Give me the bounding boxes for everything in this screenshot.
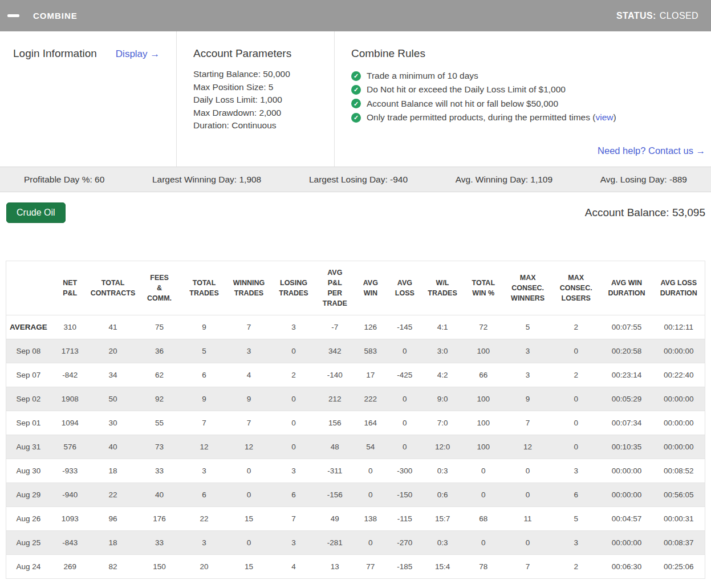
table-cell: 2 <box>551 555 601 579</box>
table-cell: 00:08:37 <box>652 531 705 555</box>
table-cell: -115 <box>387 507 423 531</box>
table-cell: 82 <box>89 555 136 579</box>
product-button-crude-oil[interactable]: Crude Oil <box>6 202 66 223</box>
table-cell: 0 <box>551 435 601 459</box>
rule-item: ✓ Only trade permitted products, during … <box>351 111 705 124</box>
account-parameters-section: Account Parameters Starting Balance: 50,… <box>177 31 335 167</box>
account-parameter-line: Starting Balance: 50,000 <box>193 68 334 81</box>
minimize-icon[interactable] <box>7 14 19 17</box>
table-cell: 55 <box>137 411 182 435</box>
table-cell: 00:23:14 <box>601 363 653 387</box>
table-cell: 7 <box>182 411 226 435</box>
table-cell: 12 <box>505 435 551 459</box>
table-cell: 1713 <box>51 339 89 363</box>
table-cell: 6 <box>182 363 226 387</box>
table-cell: 7:0 <box>422 411 462 435</box>
check-icon: ✓ <box>351 99 361 108</box>
table-cell: 3 <box>271 459 315 483</box>
table-cell: 78 <box>462 555 505 579</box>
table-row: Sep 07-8423462642-14017-4254:2663200:23:… <box>6 363 705 387</box>
account-parameter-line: Max Position Size: 5 <box>193 81 334 94</box>
table-cell: 00:10:35 <box>601 435 653 459</box>
column-header <box>6 261 51 315</box>
table-cell: 96 <box>89 507 136 531</box>
table-cell: 0 <box>271 411 315 435</box>
table-cell: 22 <box>182 507 226 531</box>
table-cell: 9:0 <box>422 387 462 411</box>
column-header: FEES & COMM. <box>137 261 182 315</box>
table-cell: 7 <box>505 411 551 435</box>
status-label: STATUS: <box>616 11 656 21</box>
rule-text: Account Balance will not hit or fall bel… <box>367 97 558 111</box>
table-cell: -300 <box>387 459 423 483</box>
table-cell: 222 <box>354 387 387 411</box>
table-cell: 00:00:00 <box>601 459 653 483</box>
table-cell: 100 <box>462 411 505 435</box>
table-cell: -281 <box>316 531 354 555</box>
table-cell: 54 <box>354 435 387 459</box>
table-row: Aug 29-9402240606-1560-1500:600600:00:00… <box>6 483 705 507</box>
table-cell: 00:25:06 <box>652 555 705 579</box>
toolbar: Crude Oil Account Balance: 53,095 <box>0 192 711 223</box>
table-cell: 41 <box>89 315 136 339</box>
table-cell: 00:00:00 <box>652 339 705 363</box>
table-cell: 4 <box>271 555 315 579</box>
stat-item: Profitable Day %: 60 <box>24 175 104 185</box>
table-cell: -311 <box>316 459 354 483</box>
table-cell: 0 <box>387 339 423 363</box>
column-header: TOTAL CONTRACTS <box>89 261 136 315</box>
table-cell: 0 <box>505 531 551 555</box>
table-cell: 34 <box>89 363 136 387</box>
rule-item: ✓ Account Balance will not hit or fall b… <box>351 97 705 111</box>
column-header: TOTAL WIN % <box>462 261 505 315</box>
table-cell: 77 <box>354 555 387 579</box>
table-cell: 17 <box>354 363 387 387</box>
table-cell: 48 <box>316 435 354 459</box>
table-cell: 0 <box>505 483 551 507</box>
table-cell: -270 <box>387 531 423 555</box>
row-label: Aug 26 <box>6 507 51 531</box>
table-row: Aug 30-9331833303-3110-3000:300300:00:00… <box>6 459 705 483</box>
table-cell: 72 <box>462 315 505 339</box>
table-cell: 0 <box>387 435 423 459</box>
table-cell: 50 <box>89 387 136 411</box>
column-header: NET P&L <box>51 261 89 315</box>
table-cell: 33 <box>137 531 182 555</box>
check-icon: ✓ <box>351 71 361 81</box>
table-cell: 3 <box>182 459 226 483</box>
column-header: AVG LOSS DURATION <box>652 261 705 315</box>
column-header: MAX CONSEC. WINNERS <box>505 261 551 315</box>
column-header: AVG WIN <box>354 261 387 315</box>
rule-text: Do Not hit or exceed the Daily Loss Limi… <box>367 83 566 96</box>
table-cell: 3:0 <box>422 339 462 363</box>
table-cell: 0 <box>551 387 601 411</box>
column-header: AVG LOSS <box>387 261 423 315</box>
rule-item: ✓ Do Not hit or exceed the Daily Loss Li… <box>351 83 705 96</box>
status-value: CLOSED <box>660 11 698 21</box>
table-cell: 75 <box>137 315 182 339</box>
view-link[interactable]: view <box>595 112 613 122</box>
account-balance: Account Balance: 53,095 <box>585 206 705 219</box>
table-cell: 12 <box>226 435 272 459</box>
table-cell: 0 <box>354 483 387 507</box>
table-cell: 0 <box>271 387 315 411</box>
row-label: Aug 24 <box>6 555 51 579</box>
row-label: Sep 01 <box>6 411 51 435</box>
table-cell: -843 <box>51 531 89 555</box>
table-cell: -7 <box>316 315 354 339</box>
table-cell: 0:6 <box>422 483 462 507</box>
table-cell: 0 <box>226 459 272 483</box>
account-parameters-heading: Account Parameters <box>193 47 334 60</box>
table-cell: 9 <box>505 387 551 411</box>
display-link[interactable]: Display → <box>116 48 160 60</box>
table-cell: 18 <box>89 531 136 555</box>
row-label: Aug 31 <box>6 435 51 459</box>
table-cell: 4:1 <box>422 315 462 339</box>
table-cell: 00:20:58 <box>601 339 653 363</box>
row-label: Sep 07 <box>6 363 51 387</box>
table-row: Sep 011094305577015616407:01007000:07:34… <box>6 411 705 435</box>
status-badge: STATUS:CLOSED <box>616 11 698 21</box>
contact-us-link[interactable]: Need help? Contact us → <box>598 145 705 156</box>
table-row: Sep 081713203653034258303:01003000:20:58… <box>6 339 705 363</box>
table-cell: 1093 <box>51 507 89 531</box>
